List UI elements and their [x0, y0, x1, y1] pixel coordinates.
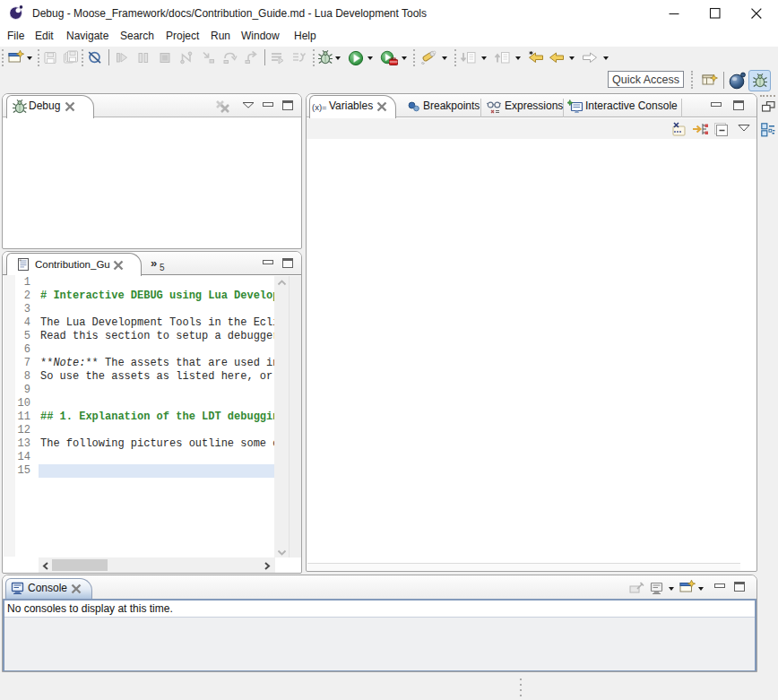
svg-text:(x)=: (x)= [312, 102, 327, 112]
